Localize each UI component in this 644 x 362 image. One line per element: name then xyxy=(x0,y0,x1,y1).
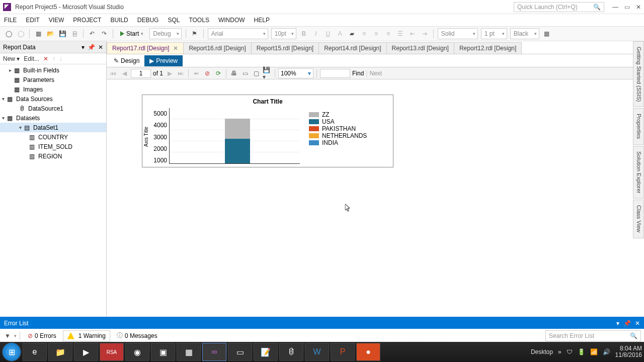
taskbar-app2[interactable]: ▦ xyxy=(177,343,201,361)
tray-shield-icon[interactable]: 🛡 xyxy=(567,348,573,355)
tab-report17[interactable]: Report17.rdl [Design]✕ xyxy=(107,42,184,54)
config-combo[interactable]: Debug xyxy=(149,28,181,39)
tab-report13[interactable]: Report13.rdl [Design] xyxy=(386,42,454,54)
align-left-icon[interactable]: ≡ xyxy=(360,29,369,38)
side-tab-getting-started[interactable]: Getting Started (SSIS) xyxy=(633,41,644,107)
minimize-button[interactable]: — xyxy=(612,4,618,11)
taskbar-media[interactable]: ▶ xyxy=(74,343,98,361)
bold-icon[interactable]: B xyxy=(299,29,308,38)
delete-icon[interactable]: ✕ xyxy=(43,55,48,62)
messages-filter[interactable]: ⓘ0 Messages xyxy=(112,329,162,342)
border-style-combo[interactable]: Solid xyxy=(438,28,478,39)
tree-datasets[interactable]: ▾▦Datasets xyxy=(0,113,106,123)
tree-images[interactable]: ▦Images xyxy=(0,84,106,94)
taskbar-app1[interactable]: ▣ xyxy=(151,343,175,361)
side-tab-properties[interactable]: Properties xyxy=(633,108,644,144)
filter-icon[interactable]: ▼ xyxy=(3,331,12,340)
pin-icon[interactable]: 📌 xyxy=(88,44,95,51)
underline-icon[interactable]: U xyxy=(324,29,333,38)
last-page-icon[interactable]: ⏭ xyxy=(176,69,185,78)
align-center-icon[interactable]: ≡ xyxy=(372,29,381,38)
tray-desktop-label[interactable]: Desktop xyxy=(531,348,553,355)
edit-button[interactable]: Edit... xyxy=(24,55,39,62)
borders-icon[interactable]: ▦ xyxy=(542,29,551,38)
preview-tab[interactable]: ▶Preview xyxy=(144,55,183,66)
undo-icon[interactable]: ↶ xyxy=(88,29,97,38)
menu-tools[interactable]: TOOLS xyxy=(189,17,209,24)
tree-parameters[interactable]: ▦Parameters xyxy=(0,75,106,84)
menu-project[interactable]: PROJECT xyxy=(73,17,101,24)
tray-expand-icon[interactable]: » xyxy=(558,348,561,355)
menu-view[interactable]: VIEW xyxy=(49,17,64,24)
warnings-filter[interactable]: 1 Warning xyxy=(63,330,110,341)
find-input[interactable] xyxy=(320,69,350,78)
tree-field-region[interactable]: ▥REGION xyxy=(0,151,106,161)
start-button[interactable]: Start▾ xyxy=(117,28,146,39)
italic-icon[interactable]: I xyxy=(311,29,320,38)
first-page-icon[interactable]: ⏮ xyxy=(109,69,118,78)
taskbar-rsa[interactable]: RSA xyxy=(100,343,124,361)
prev-page-icon[interactable]: ◀ xyxy=(120,69,129,78)
error-search-input[interactable]: Search Error List🔍 xyxy=(545,330,641,341)
indent-out-icon[interactable]: ⇤ xyxy=(408,29,417,38)
align-right-icon[interactable]: ≡ xyxy=(384,29,393,38)
tree-datasources[interactable]: ▾▦Data Sources xyxy=(0,94,106,104)
tree-dataset1[interactable]: ▾▤DataSet1 xyxy=(0,123,106,132)
taskbar-ssms[interactable]: 🛢 xyxy=(279,343,303,361)
side-tab-solution-explorer[interactable]: Solution Explorer xyxy=(633,146,644,199)
taskbar-chrome[interactable]: ◉ xyxy=(125,343,149,361)
bg-color-icon[interactable]: ▰ xyxy=(348,29,357,38)
save-icon[interactable]: 💾 xyxy=(58,29,67,38)
font-color-icon[interactable]: A xyxy=(336,29,345,38)
design-tab[interactable]: ✎Design xyxy=(109,55,144,66)
taskbar-word[interactable]: W xyxy=(305,343,329,361)
next-button[interactable]: Next xyxy=(369,70,382,77)
side-tab-class-view[interactable]: Class View xyxy=(633,200,644,238)
pin-icon[interactable]: 📌 xyxy=(623,320,631,327)
tab-report14[interactable]: Report14.rdl [Design] xyxy=(318,42,386,54)
panel-close-icon[interactable]: ✕ xyxy=(635,320,640,327)
tab-close-icon[interactable]: ✕ xyxy=(173,45,178,52)
panel-close-icon[interactable]: ✕ xyxy=(98,44,103,51)
tray-network-icon[interactable]: 📶 xyxy=(590,348,598,355)
start-menu-button[interactable]: ⊞ xyxy=(2,342,21,361)
taskbar-explorer[interactable]: 📁 xyxy=(48,343,72,361)
tree-field-item-sold[interactable]: ▥ITEM_SOLD xyxy=(0,142,106,151)
tab-report12[interactable]: Report12.rdl [Design] xyxy=(454,42,522,54)
taskbar-notepad[interactable]: 📝 xyxy=(254,343,278,361)
find-button[interactable]: Find xyxy=(352,70,364,77)
save-all-icon[interactable]: ⌸ xyxy=(70,29,79,38)
menu-file[interactable]: FILE xyxy=(4,17,17,24)
tree-datasource1[interactable]: 🛢DataSource1 xyxy=(0,104,106,113)
dropdown-icon[interactable]: ▾ xyxy=(82,44,85,51)
dropdown-icon[interactable]: ▾ xyxy=(616,320,619,327)
next-page-icon[interactable]: ▶ xyxy=(165,69,174,78)
tree-builtin-fields[interactable]: ▸▦Built-in Fields xyxy=(0,65,106,75)
tray-clock[interactable]: 8:04 AM11/8/2016 xyxy=(615,345,642,358)
open-icon[interactable]: 📂 xyxy=(46,29,55,38)
stop-icon[interactable]: ⊘ xyxy=(203,69,212,78)
menu-window[interactable]: WINDOW xyxy=(218,17,245,24)
page-input[interactable] xyxy=(131,69,151,78)
taskbar-app3[interactable]: ▭ xyxy=(228,343,252,361)
new-project-icon[interactable]: ▦ xyxy=(34,29,43,38)
export-icon[interactable]: 💾▾ xyxy=(263,69,272,78)
back-icon[interactable]: ◯ xyxy=(4,29,13,38)
forward-icon[interactable]: ◯ xyxy=(16,29,25,38)
maximize-button[interactable]: ▭ xyxy=(624,4,630,11)
errors-filter[interactable]: ⊘0 Errors xyxy=(23,330,61,341)
up-icon[interactable]: ↑ xyxy=(52,55,55,62)
layout-icon[interactable]: ▭ xyxy=(240,69,250,78)
print-icon[interactable]: 🖶 xyxy=(229,69,238,78)
tray-volume-icon[interactable]: 🔊 xyxy=(603,348,610,355)
menu-sql[interactable]: SQL xyxy=(168,17,180,24)
taskbar-vs[interactable]: ∞ xyxy=(202,343,226,361)
menu-build[interactable]: BUILD xyxy=(110,17,128,24)
page-setup-icon[interactable]: ▢ xyxy=(252,69,261,78)
new-button[interactable]: New ▾ xyxy=(3,55,20,62)
down-icon[interactable]: ↓ xyxy=(59,55,62,62)
flag-icon[interactable]: ⚑ xyxy=(190,29,199,38)
close-button[interactable]: ✕ xyxy=(636,4,641,11)
refresh-icon[interactable]: ⟳ xyxy=(214,69,223,78)
list-icon[interactable]: ☰ xyxy=(396,29,405,38)
